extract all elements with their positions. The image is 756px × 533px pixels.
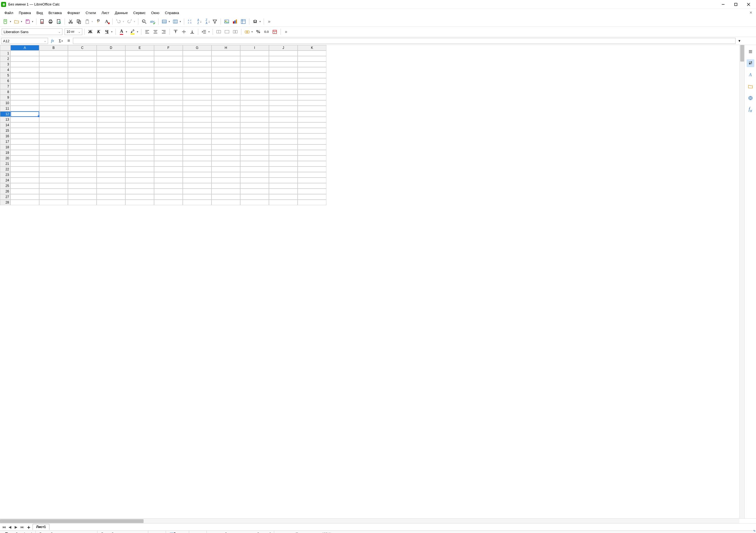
- cell[interactable]: [68, 133, 96, 139]
- row-header[interactable]: 22: [0, 167, 11, 172]
- row-header[interactable]: 6: [0, 78, 11, 84]
- cell[interactable]: [269, 84, 298, 89]
- pivot-table-button[interactable]: [239, 18, 247, 25]
- row-header[interactable]: 8: [0, 89, 11, 95]
- row-header[interactable]: 20: [0, 155, 11, 161]
- cell[interactable]: [183, 56, 211, 62]
- row-header[interactable]: 12: [0, 111, 11, 117]
- cell[interactable]: [298, 172, 326, 178]
- cell[interactable]: [39, 78, 68, 84]
- sidebar-functions-icon[interactable]: fx: [746, 106, 754, 114]
- cell[interactable]: [240, 155, 269, 161]
- cell[interactable]: [298, 133, 326, 139]
- cell[interactable]: [183, 167, 211, 172]
- toolbar2-overflow-button[interactable]: »: [283, 29, 289, 34]
- toolbar-overflow-button[interactable]: »: [266, 19, 273, 24]
- status-style[interactable]: Базовый: [37, 531, 97, 533]
- cell[interactable]: [11, 178, 39, 183]
- cell[interactable]: [154, 200, 183, 205]
- cell[interactable]: [96, 183, 125, 189]
- cell[interactable]: [68, 144, 96, 150]
- cell[interactable]: [11, 155, 39, 161]
- cell[interactable]: [183, 111, 211, 117]
- cell[interactable]: [125, 78, 154, 84]
- cell[interactable]: [183, 89, 211, 95]
- cell[interactable]: [125, 50, 154, 56]
- cell[interactable]: [125, 178, 154, 183]
- cell[interactable]: [96, 150, 125, 155]
- menu-sheet[interactable]: Лист: [98, 10, 112, 16]
- cell[interactable]: [183, 200, 211, 205]
- cell[interactable]: [183, 183, 211, 189]
- currency-button[interactable]: ▼: [243, 28, 251, 36]
- cell[interactable]: [125, 133, 154, 139]
- cell[interactable]: [125, 84, 154, 89]
- cell[interactable]: [125, 67, 154, 72]
- cell[interactable]: [11, 62, 39, 67]
- cell[interactable]: [211, 172, 240, 178]
- cell[interactable]: [39, 167, 68, 172]
- cell[interactable]: [183, 128, 211, 133]
- cell[interactable]: [211, 100, 240, 106]
- cell[interactable]: [183, 62, 211, 67]
- formula-expand-button[interactable]: ▼: [737, 38, 742, 44]
- cell[interactable]: [11, 106, 39, 111]
- cell[interactable]: [269, 67, 298, 72]
- cell[interactable]: [269, 178, 298, 183]
- cell[interactable]: [154, 155, 183, 161]
- cell[interactable]: [39, 56, 68, 62]
- merge-center-button[interactable]: [223, 28, 231, 36]
- cell[interactable]: [11, 56, 39, 62]
- cell[interactable]: [125, 194, 154, 200]
- cell[interactable]: [298, 67, 326, 72]
- italic-button[interactable]: К: [95, 28, 102, 36]
- menu-data[interactable]: Данные: [112, 10, 131, 16]
- sort-asc-button[interactable]: AZ↓: [194, 18, 202, 25]
- underline-button[interactable]: Ч▼: [103, 28, 111, 36]
- sidebar-styles-icon[interactable]: A✎: [746, 71, 754, 79]
- cell[interactable]: [183, 84, 211, 89]
- cell[interactable]: [96, 133, 125, 139]
- cell[interactable]: [183, 144, 211, 150]
- vertical-scrollbar[interactable]: [740, 45, 744, 519]
- cell[interactable]: [154, 56, 183, 62]
- cell[interactable]: [211, 161, 240, 167]
- cell[interactable]: [96, 178, 125, 183]
- cell[interactable]: [240, 189, 269, 194]
- cell[interactable]: [154, 194, 183, 200]
- cell[interactable]: [183, 117, 211, 122]
- cell[interactable]: [269, 133, 298, 139]
- cell[interactable]: [269, 200, 298, 205]
- cell[interactable]: [298, 117, 326, 122]
- cell[interactable]: [96, 100, 125, 106]
- cell[interactable]: [183, 155, 211, 161]
- open-button[interactable]: ▼: [13, 18, 20, 25]
- indent-button[interactable]: ▼: [200, 28, 208, 36]
- cell[interactable]: [211, 89, 240, 95]
- cell[interactable]: [240, 183, 269, 189]
- row-header[interactable]: 4: [0, 67, 11, 72]
- cell[interactable]: [125, 150, 154, 155]
- menu-help[interactable]: Справка: [162, 10, 182, 16]
- close-button[interactable]: [742, 0, 755, 9]
- menu-styles[interactable]: Стили: [83, 10, 98, 16]
- cell[interactable]: [96, 139, 125, 144]
- cell[interactable]: [240, 56, 269, 62]
- cell[interactable]: [183, 78, 211, 84]
- cell[interactable]: [154, 178, 183, 183]
- cell[interactable]: [298, 84, 326, 89]
- cell[interactable]: [269, 106, 298, 111]
- cell[interactable]: [269, 56, 298, 62]
- valign-bottom-button[interactable]: [188, 28, 196, 36]
- cell[interactable]: [96, 189, 125, 194]
- cell[interactable]: [68, 189, 96, 194]
- cell[interactable]: [125, 172, 154, 178]
- cell[interactable]: [298, 178, 326, 183]
- cell[interactable]: [39, 139, 68, 144]
- cell[interactable]: [39, 122, 68, 128]
- cell[interactable]: [269, 194, 298, 200]
- cell[interactable]: [68, 167, 96, 172]
- cell[interactable]: [211, 56, 240, 62]
- function-wizard-button[interactable]: fx: [49, 38, 56, 44]
- status-insert-mode[interactable]: [149, 531, 166, 533]
